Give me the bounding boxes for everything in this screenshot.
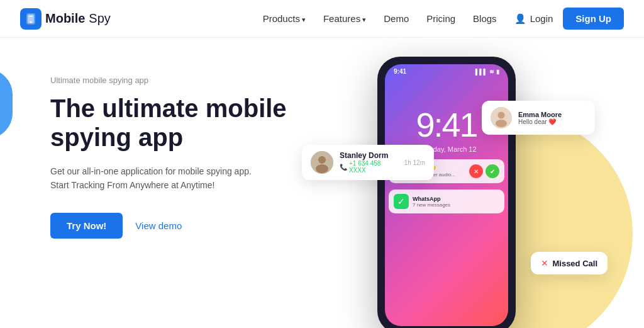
message-text: Hello dear ❤️ — [518, 118, 586, 125]
hero-desc: Get our all-in-one application for mobil… — [50, 164, 314, 193]
nav-demo[interactable]: Demo — [384, 13, 409, 24]
hero-buttons: Try Now! View demo — [50, 213, 314, 239]
svg-point-5 — [318, 156, 326, 164]
hero-section: Ultimate mobile spying app The ultimate … — [0, 38, 644, 328]
battery-icon: ▮ — [496, 69, 499, 75]
whatsapp-content: WhatsApp 7 new messages — [413, 196, 499, 208]
nav-products[interactable]: Products — [263, 13, 306, 24]
logo-icon — [20, 8, 42, 30]
svg-point-8 — [498, 112, 505, 119]
message-card: Emma Moore Hello dear ❤️ — [482, 101, 595, 135]
missed-call-card: ✕ Missed Call — [531, 252, 608, 274]
blue-decoration — [0, 69, 13, 139]
emma-avatar — [491, 107, 512, 128]
logo-spy: Spy — [89, 11, 110, 26]
logo[interactable]: MobileSpy — [20, 8, 111, 30]
caller-number: 📞 +1 634 458 XXXX — [340, 160, 398, 174]
signal-icon: ▌▌▌ — [475, 69, 487, 75]
hero-title: The ultimate mobile spying app — [50, 94, 314, 152]
call-card: Stanley Dorm 📞 +1 634 458 XXXX 1h 12m — [302, 145, 434, 180]
svg-point-2 — [30, 21, 32, 23]
whatsapp-notification: ✓ WhatsApp 7 new messages — [389, 189, 504, 213]
whatsapp-icon: ✓ — [394, 194, 409, 209]
phone-mockup: 9:41 ▌▌▌ ≋ ▮ 9:41 Saturday, March 12 m O… — [377, 57, 516, 328]
svg-point-6 — [316, 164, 328, 173]
phone-icon: 📞 — [340, 164, 347, 171]
decline-button[interactable]: ✕ — [469, 164, 483, 178]
status-icons: ▌▌▌ ≋ ▮ — [475, 69, 499, 75]
nav-links: Products Features Demo Pricing Blogs — [263, 13, 497, 25]
nav-blogs[interactable]: Blogs — [473, 13, 497, 24]
logo-mobile: Mobile — [45, 11, 85, 26]
signup-button[interactable]: Sign Up — [563, 8, 624, 30]
user-icon: 👤 — [514, 13, 526, 25]
whatsapp-text: 7 new messages — [413, 202, 499, 208]
whatsapp-title: WhatsApp — [413, 196, 499, 202]
call-duration: 1h 12m — [404, 159, 425, 166]
try-now-button[interactable]: Try Now! — [50, 213, 123, 239]
call-info: Stanley Dorm 📞 +1 634 458 XXXX — [340, 151, 398, 174]
missed-call-text: Missed Call — [552, 259, 597, 268]
wifi-icon: ≋ — [489, 69, 494, 75]
hero-subtitle: Ultimate mobile spying app — [50, 76, 314, 85]
phone-status-bar: 9:41 ▌▌▌ ≋ ▮ — [385, 64, 508, 76]
svg-rect-3 — [29, 16, 33, 17]
login-button[interactable]: 👤 Login — [514, 13, 553, 25]
message-info: Emma Moore Hello dear ❤️ — [518, 111, 586, 125]
view-demo-link[interactable]: View demo — [135, 220, 182, 231]
sender-name: Emma Moore — [518, 111, 586, 118]
missed-call-icon: ✕ — [541, 258, 548, 268]
accept-button[interactable]: ✔ — [486, 164, 499, 178]
nav-features[interactable]: Features — [323, 13, 366, 24]
nav-pricing[interactable]: Pricing — [426, 13, 455, 24]
notif-actions: ✕ ✔ — [469, 164, 499, 178]
hero-left: Ultimate mobile spying app The ultimate … — [50, 63, 314, 239]
hero-right: 9:41 ▌▌▌ ≋ ▮ 9:41 Saturday, March 12 m O… — [314, 63, 614, 328]
svg-point-9 — [496, 120, 507, 127]
stanley-avatar — [311, 151, 333, 174]
navbar: MobileSpy Products Features Demo Pricing… — [0, 0, 644, 38]
phone-time-small: 9:41 — [394, 68, 406, 75]
caller-name: Stanley Dorm — [340, 151, 398, 160]
login-label: Login — [530, 13, 553, 24]
